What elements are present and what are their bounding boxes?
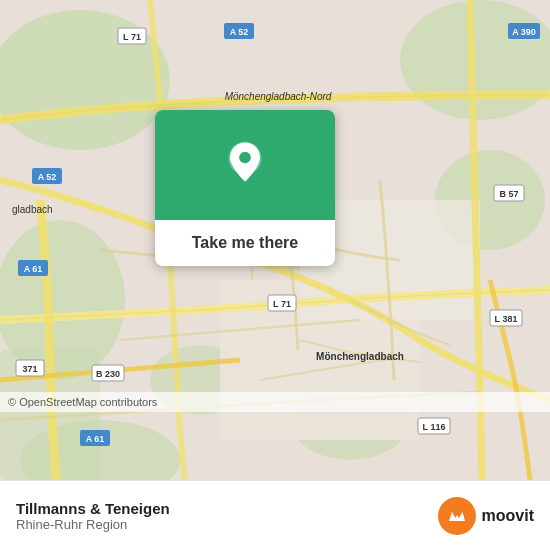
place-region: Rhine-Ruhr Region [16, 517, 170, 532]
svg-text:L 381: L 381 [495, 314, 518, 324]
svg-text:A 390: A 390 [512, 27, 536, 37]
svg-text:gladbach: gladbach [12, 204, 53, 215]
attribution: © OpenStreetMap contributors [0, 392, 550, 412]
svg-text:L 71: L 71 [273, 299, 291, 309]
svg-text:B 230: B 230 [96, 369, 120, 379]
svg-text:371: 371 [22, 364, 37, 374]
place-name: Tillmanns & Teneigen [16, 500, 170, 517]
place-info: Tillmanns & Teneigen Rhine-Ruhr Region [16, 500, 170, 532]
map-container: L 71 A 52 A 390 A 52 gladbach A 61 B 57 … [0, 0, 550, 480]
svg-text:L 116: L 116 [423, 422, 446, 432]
location-pin-icon [220, 140, 270, 190]
svg-point-40 [239, 152, 251, 164]
bottom-bar: Tillmanns & Teneigen Rhine-Ruhr Region m… [0, 480, 550, 550]
attribution-text: © OpenStreetMap contributors [8, 396, 157, 408]
svg-text:A 61: A 61 [86, 434, 105, 444]
take-me-there-button[interactable]: Take me there [155, 220, 335, 266]
svg-text:B 57: B 57 [499, 189, 518, 199]
map-card[interactable]: Take me there [155, 110, 335, 266]
card-green-section [155, 110, 335, 220]
svg-text:A 52: A 52 [230, 27, 249, 37]
svg-text:Mönchengladbach-Nord: Mönchengladbach-Nord [225, 91, 332, 102]
svg-text:Mönchengladbach: Mönchengladbach [316, 351, 404, 362]
svg-text:A 52: A 52 [38, 172, 57, 182]
svg-text:A 61: A 61 [24, 264, 43, 274]
moovit-icon [438, 497, 476, 535]
moovit-logo: moovit [438, 497, 534, 535]
moovit-text: moovit [482, 507, 534, 525]
svg-text:L 71: L 71 [123, 32, 141, 42]
